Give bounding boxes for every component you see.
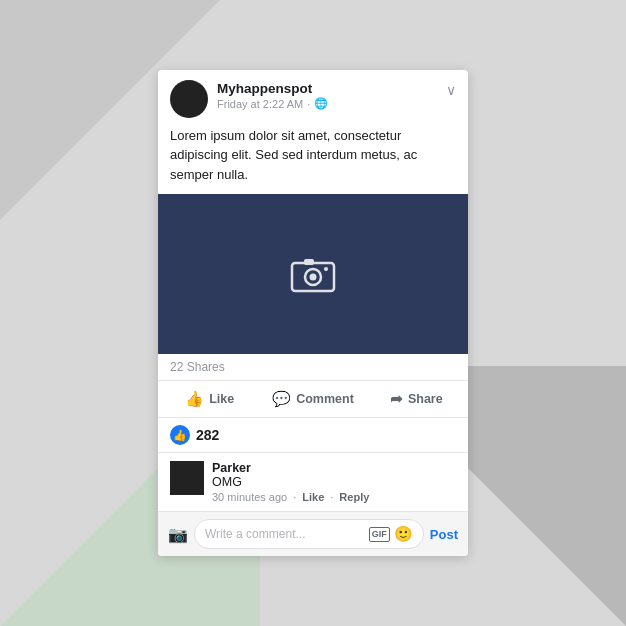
like-button[interactable]: 👍 Like — [158, 383, 261, 415]
comment-input-area: 📷 Write a comment... GIF 🙂 Post — [158, 512, 468, 556]
comment-reply-link[interactable]: Reply — [339, 491, 369, 503]
input-icons: GIF 🙂 — [369, 525, 413, 543]
emoji-icon[interactable]: 🙂 — [394, 525, 413, 543]
shares-bar: 22 Shares — [158, 354, 468, 381]
input-camera-icon[interactable]: 📷 — [168, 525, 188, 544]
shares-label: Shares — [187, 360, 225, 374]
avatar — [170, 80, 208, 118]
post-text: Lorem ipsum dolor sit amet, consectetur … — [158, 126, 468, 195]
comment-avatar — [170, 461, 204, 495]
action-bar: 👍 Like 💬 Comment ➦ Share — [158, 381, 468, 418]
like-label: Like — [209, 392, 234, 406]
share-button[interactable]: ➦ Share — [365, 383, 468, 415]
visibility-icon: 🌐 — [314, 97, 328, 110]
comment-button[interactable]: 💬 Comment — [261, 383, 364, 415]
comment-meta: 30 minutes ago · Like · Reply — [212, 491, 456, 503]
shares-count: 22 — [170, 360, 183, 374]
comment-input-wrapper[interactable]: Write a comment... GIF 🙂 — [194, 519, 424, 549]
chevron-down-icon[interactable]: ∨ — [446, 82, 456, 98]
camera-icon — [290, 255, 336, 293]
post-time: Friday at 2:22 AM — [217, 98, 303, 110]
comment-time: 30 minutes ago — [212, 491, 287, 503]
comment-icon: 💬 — [272, 390, 291, 408]
commenter-name: Parker — [212, 461, 456, 475]
comment-text: OMG — [212, 475, 456, 489]
likes-count: 282 — [196, 427, 219, 443]
header-info: Myhappenspot Friday at 2:22 AM · 🌐 — [217, 80, 328, 111]
share-icon: ➦ — [390, 390, 403, 408]
svg-point-4 — [324, 267, 328, 271]
gif-icon[interactable]: GIF — [369, 527, 390, 542]
like-bubble-icon: 👍 — [173, 429, 187, 442]
comment-label: Comment — [296, 392, 354, 406]
svg-point-2 — [310, 274, 317, 281]
post-image — [158, 194, 468, 354]
comment-input-placeholder: Write a comment... — [205, 527, 305, 541]
comment-body: Parker OMG 30 minutes ago · Like · Reply — [212, 461, 456, 503]
like-icon: 👍 — [185, 390, 204, 408]
share-label: Share — [408, 392, 443, 406]
like-bubble: 👍 — [170, 425, 190, 445]
post-card: Myhappenspot Friday at 2:22 AM · 🌐 ∨ Lor… — [158, 70, 468, 557]
dot-separator: · — [293, 491, 296, 503]
comment-like-link[interactable]: Like — [302, 491, 324, 503]
comment-section: Parker OMG 30 minutes ago · Like · Reply — [158, 453, 468, 512]
post-header: Myhappenspot Friday at 2:22 AM · 🌐 ∨ — [158, 70, 468, 126]
post-button[interactable]: Post — [430, 527, 458, 542]
dot-separator2: · — [330, 491, 333, 503]
svg-rect-3 — [304, 259, 314, 265]
globe-icon: · — [307, 98, 310, 110]
username: Myhappenspot — [217, 80, 328, 98]
likes-bar: 👍 282 — [158, 418, 468, 453]
post-meta: Friday at 2:22 AM · 🌐 — [217, 97, 328, 110]
